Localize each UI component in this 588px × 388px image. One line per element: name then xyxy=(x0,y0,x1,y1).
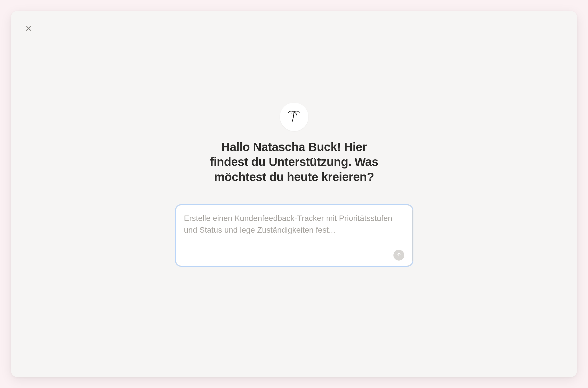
assistant-modal: Hallo Natascha Buck! Hier findest du Unt… xyxy=(11,11,577,377)
close-icon xyxy=(25,25,32,33)
greeting-heading: Hallo Natascha Buck! Hier findest du Unt… xyxy=(203,139,385,184)
close-button[interactable] xyxy=(23,23,34,34)
app-logo xyxy=(280,102,308,131)
send-button[interactable] xyxy=(393,250,404,261)
prompt-footer xyxy=(184,250,404,261)
palm-tree-icon xyxy=(286,108,302,125)
svg-point-2 xyxy=(291,113,292,113)
prompt-input[interactable] xyxy=(184,213,404,247)
svg-point-3 xyxy=(296,113,296,113)
arrow-up-icon xyxy=(396,252,402,258)
prompt-box[interactable] xyxy=(176,205,413,266)
modal-content: Hallo Natascha Buck! Hier findest du Unt… xyxy=(173,102,415,266)
